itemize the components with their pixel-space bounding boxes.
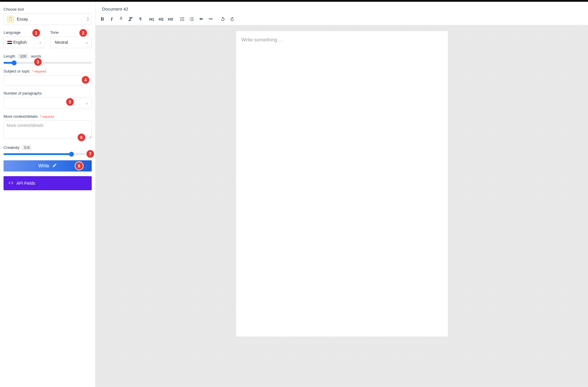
code-icon (8, 180, 14, 186)
context-label: More context/details * required (4, 114, 92, 119)
editor-canvas: Write something … (96, 25, 588, 387)
annotation-badge: 8 (75, 162, 83, 170)
clear-formatting-button[interactable] (128, 16, 133, 22)
svg-rect-18 (210, 18, 210, 19)
tone-select[interactable]: Neutral ⌄ (50, 36, 92, 48)
length-unit: words (31, 54, 41, 58)
annotation-badge: 2 (79, 29, 87, 37)
sidebar: Choose tool Essay 1 2 Language English ⌄ (0, 2, 96, 387)
svg-rect-5 (181, 18, 184, 18)
svg-point-8 (180, 20, 181, 21)
svg-rect-9 (181, 20, 184, 21)
blockquote-button[interactable] (198, 16, 204, 22)
length-value: 100 (18, 53, 29, 59)
annotation-badge: 1 (32, 29, 40, 37)
creativity-value: 0.8 (22, 145, 32, 150)
svg-rect-21 (212, 18, 212, 19)
flag-icon (7, 41, 12, 44)
length-label: Length (4, 54, 15, 58)
api-fields-button[interactable]: API Fields (4, 176, 92, 190)
svg-text:3: 3 (190, 20, 191, 21)
tool-value: Essay (17, 17, 28, 21)
annotation-badge: 4 (82, 76, 89, 84)
svg-rect-20 (211, 18, 211, 19)
slider-handle[interactable] (12, 60, 16, 65)
language-select[interactable]: English ⌄ (4, 36, 45, 48)
subject-input[interactable] (4, 75, 92, 86)
svg-rect-16 (209, 19, 213, 19)
language-value: English (13, 40, 27, 45)
creativity-slider[interactable] (4, 153, 92, 155)
annotation-badge: 6 (78, 134, 85, 141)
editor-toolbar: B I S H1 H2 H3 (96, 14, 588, 25)
annotation-badge: 7 (86, 150, 94, 158)
svg-rect-17 (209, 18, 209, 19)
tool-select[interactable]: Essay (4, 13, 92, 25)
editor-placeholder: Write something … (241, 37, 284, 43)
annotation-badge: 3 (34, 58, 42, 66)
svg-rect-11 (191, 18, 193, 18)
paragraphs-select[interactable]: ⌄ (4, 97, 92, 109)
svg-rect-15 (191, 20, 193, 21)
svg-rect-19 (211, 18, 211, 19)
subject-label: Subject or topic * required (4, 69, 92, 73)
chevron-down-icon: ⌄ (86, 101, 88, 105)
chevron-down-icon: ⌄ (39, 40, 42, 44)
horizontal-rule-button[interactable] (208, 16, 214, 22)
pencil-icon (52, 163, 57, 169)
length-slider[interactable] (4, 62, 92, 64)
annotation-badge: 5 (66, 98, 74, 106)
main-area: B I S H1 H2 H3 (96, 2, 588, 387)
svg-text:S: S (120, 17, 122, 19)
redo-button[interactable] (230, 16, 235, 22)
tone-value: Neutral (54, 40, 68, 45)
svg-point-4 (180, 17, 181, 18)
choose-tool-label: Choose tool (4, 7, 92, 11)
bold-button[interactable]: B (100, 16, 105, 22)
ordered-list-button[interactable]: 123 (189, 16, 194, 22)
strikethrough-button[interactable]: S (118, 16, 124, 22)
slider-handle[interactable] (69, 152, 74, 157)
svg-rect-7 (181, 19, 184, 19)
updown-icon (87, 17, 89, 21)
italic-button[interactable]: I (109, 16, 114, 22)
creativity-label: Creativity (4, 145, 19, 150)
h3-button[interactable]: H3 (168, 16, 173, 22)
chevron-down-icon: ⌄ (86, 40, 88, 44)
svg-rect-1 (10, 17, 11, 18)
bullet-list-button[interactable] (180, 16, 185, 22)
clipboard-icon (7, 16, 14, 22)
svg-rect-13 (191, 19, 193, 19)
svg-point-6 (180, 19, 181, 20)
document-title-input[interactable] (102, 6, 582, 11)
editor-paper[interactable]: Write something … (236, 31, 448, 336)
paragraph-button[interactable] (137, 16, 143, 22)
h2-button[interactable]: H2 (158, 16, 164, 22)
undo-button[interactable] (220, 16, 225, 22)
paragraphs-label: Number of paragraphs (4, 91, 92, 95)
svg-rect-0 (9, 18, 12, 21)
h1-button[interactable]: H1 (149, 16, 154, 22)
